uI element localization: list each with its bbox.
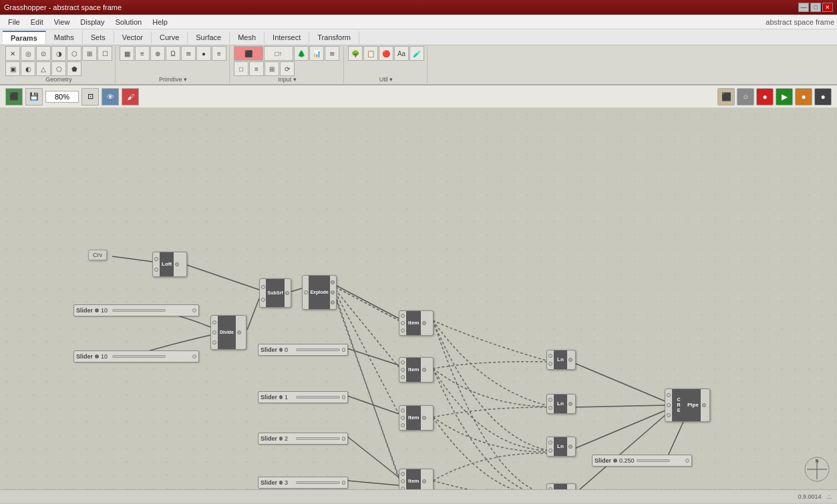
ln1-node[interactable]: Ln [546, 350, 576, 370]
tb-geo-4[interactable]: ◑ [51, 46, 66, 61]
slider5-track[interactable] [296, 437, 340, 440]
tab-vector[interactable]: Vector [114, 31, 152, 43]
loft-node[interactable]: Loft [152, 252, 187, 277]
rt-btn-5[interactable]: ● [795, 88, 812, 105]
slider2-track[interactable] [112, 355, 166, 358]
ln2-b [548, 406, 552, 410]
tb-geo-2[interactable]: ◎ [21, 46, 35, 61]
tb-prim-2[interactable]: ≡ [135, 46, 150, 61]
tb-util-3[interactable]: 🔴 [379, 46, 393, 61]
tb-prim-4[interactable]: Ω [166, 46, 180, 61]
slider4-track[interactable] [296, 396, 340, 399]
minimize-button[interactable]: — [798, 3, 809, 12]
tab-sets[interactable]: Sets [83, 31, 114, 43]
item2-node[interactable]: Item [399, 357, 434, 383]
tb-util-2[interactable]: 📋 [363, 46, 378, 61]
rt-btn-3[interactable]: ● [756, 88, 774, 105]
tb-input-6[interactable]: □ [234, 61, 248, 76]
slider7-node[interactable]: Slider 0.250 [592, 455, 692, 467]
svg-line-7 [347, 437, 399, 477]
tb-input-7[interactable]: ≡ [249, 61, 264, 76]
slider1-node[interactable]: Slider 10 [73, 304, 199, 316]
zoom-level[interactable]: 80% [45, 91, 79, 103]
slider1-track[interactable] [112, 309, 166, 312]
tab-params[interactable]: Params [3, 31, 46, 44]
item3-node[interactable]: Item [399, 405, 434, 431]
explode-node[interactable]: Explode [302, 275, 337, 310]
tb-geo-5[interactable]: ⬡ [67, 46, 81, 61]
tb-geo-8[interactable]: ▣ [5, 61, 20, 76]
tab-mesh[interactable]: Mesh [230, 31, 265, 43]
window-controls: — □ ✕ [798, 3, 833, 12]
tb-geo-10[interactable]: △ [36, 61, 51, 76]
item1-node[interactable]: Item [399, 310, 434, 336]
divide-node[interactable]: Divide [210, 315, 246, 350]
ln3-body: Ln [554, 437, 567, 456]
menu-edit[interactable]: Edit [25, 17, 49, 27]
tb-geo-12[interactable]: ⬟ [67, 61, 81, 76]
tb-prim-3[interactable]: ⊕ [150, 46, 165, 61]
slider2-node[interactable]: Slider 10 [73, 350, 199, 362]
maximize-button[interactable]: □ [810, 3, 821, 12]
tb-geo-11[interactable]: ⬠ [51, 61, 66, 76]
tab-transform[interactable]: Transform [309, 31, 359, 43]
tb-geo-6[interactable]: ⊞ [82, 46, 97, 61]
tb-input-1[interactable]: ⬛ [234, 46, 263, 61]
zoom-extents-btn[interactable]: ⊡ [81, 88, 99, 105]
tb-util-4[interactable]: Aa [394, 46, 409, 61]
ln3-node[interactable]: Ln [546, 437, 576, 457]
menu-view[interactable]: View [49, 17, 75, 27]
rt-btn-6[interactable]: ● [814, 88, 832, 105]
tb-prim-5[interactable]: ≋ [181, 46, 196, 61]
tb-geo-3[interactable]: ⊙ [36, 46, 51, 61]
tb-input-5[interactable]: ≋ [325, 46, 339, 61]
tb-util-1[interactable]: 🌳 [348, 46, 363, 61]
new-file-btn[interactable]: ⬛ [5, 88, 23, 105]
tb-geo-9[interactable]: ◐ [21, 61, 35, 76]
menu-solution[interactable]: Solution [110, 17, 147, 27]
ln4-node[interactable]: Ln [546, 483, 576, 489]
tb-input-2[interactable]: □↑ [264, 46, 293, 61]
tb-input-9[interactable]: ⟳ [280, 61, 295, 76]
rt-btn-4[interactable]: ▶ [776, 88, 793, 105]
save-btn[interactable]: 💾 [25, 88, 43, 105]
slider5-node[interactable]: Slider 2 [258, 433, 348, 445]
tb-input-8[interactable]: ⊞ [265, 61, 279, 76]
rt-btn-1[interactable]: ⬛ [717, 88, 735, 105]
construct-pipe-node[interactable]: CRE Pipe [665, 389, 710, 422]
slider3-track[interactable] [296, 348, 340, 351]
item3-l [401, 409, 405, 413]
slider6-node[interactable]: Slider 3 [258, 477, 348, 489]
slider4-node[interactable]: Slider 1 [258, 391, 348, 403]
slider5-out [342, 437, 345, 441]
tb-input-4[interactable]: 📊 [309, 46, 324, 61]
ln2-node[interactable]: Ln [546, 394, 576, 414]
tab-surface[interactable]: Surface [188, 31, 230, 43]
tab-curve[interactable]: Curve [152, 31, 188, 43]
tab-intersect[interactable]: Intersect [265, 31, 309, 43]
menu-file[interactable]: File [3, 17, 25, 27]
menu-display[interactable]: Display [75, 17, 110, 27]
tb-geo-7[interactable]: ☐ [98, 46, 112, 61]
brush-btn[interactable]: 🖌 [122, 88, 139, 105]
crv-node[interactable]: Crv [88, 250, 107, 260]
tb-prim-7[interactable]: ≡ [212, 46, 226, 61]
slider3-node[interactable]: Slider 0 [258, 344, 348, 356]
tb-prim-1[interactable]: ▦ [120, 46, 134, 61]
subsrf-node[interactable]: SubSrf [259, 278, 291, 308]
tb-geo-1[interactable]: ✕ [5, 46, 20, 61]
tb-input-3[interactable]: 🌲 [294, 46, 309, 61]
rt-btn-2[interactable]: ○ [737, 88, 754, 105]
util-label: Util ▾ [379, 76, 393, 83]
canvas-area[interactable]: Crv Loft SubSrf Divide [0, 108, 837, 489]
tb-prim-6[interactable]: ● [196, 46, 211, 61]
tab-maths[interactable]: Maths [46, 31, 83, 43]
tb-util-5[interactable]: 🧪 [409, 46, 424, 61]
slider7-track[interactable] [637, 459, 670, 462]
eye-btn[interactable]: 👁 [102, 88, 119, 105]
svg-line-4 [335, 285, 399, 318]
menu-help[interactable]: Help [147, 17, 173, 27]
close-button[interactable]: ✕ [822, 3, 833, 12]
item4-node[interactable]: Item [399, 469, 434, 489]
slider6-track[interactable] [296, 481, 340, 484]
